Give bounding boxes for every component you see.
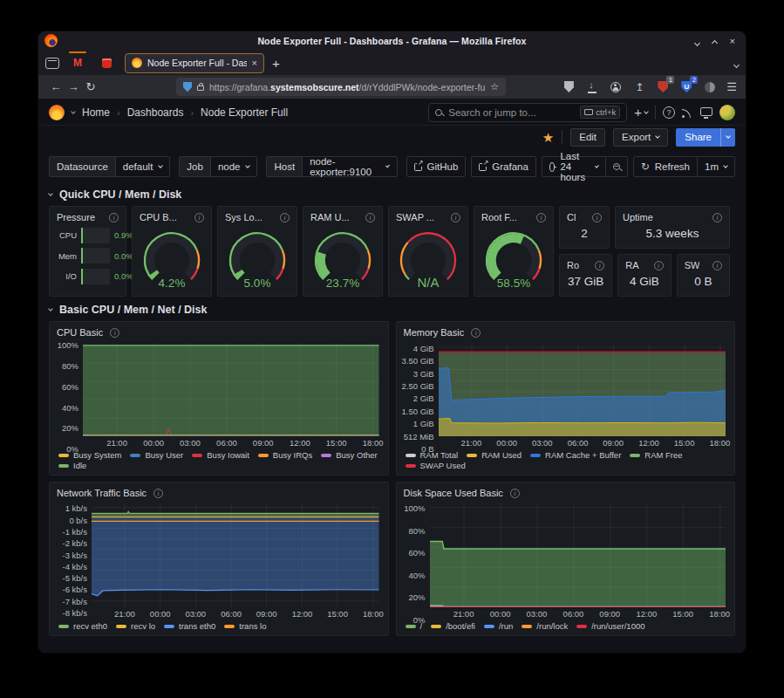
panel-title[interactable]: Disk Space Used Basic (404, 488, 503, 498)
info-icon[interactable]: i (595, 261, 604, 270)
downloads-icon[interactable] (585, 80, 599, 94)
legend-item[interactable]: RAM Cache + Buffer (530, 450, 621, 460)
tab-close-icon[interactable]: × (252, 58, 257, 68)
section-basic[interactable]: Basic CPU / Mem / Net / Disk (38, 297, 746, 321)
section-quick[interactable]: Quick CPU / Mem / Disk (38, 181, 746, 206)
active-tab[interactable]: Node Exporter Full - Dashbo × (125, 53, 264, 73)
favorite-star-icon[interactable]: ★ (542, 131, 554, 144)
info-icon[interactable]: i (109, 213, 119, 222)
news-icon[interactable] (682, 106, 693, 118)
info-icon[interactable]: i (471, 328, 481, 338)
url-bar[interactable]: https://grafana.systemsobscure.net/d/rYd… (176, 78, 506, 96)
window-maximize-button[interactable] (712, 33, 717, 49)
legend-item[interactable]: /boot/efi (431, 621, 475, 631)
bookmark-star-icon[interactable]: ☆ (490, 81, 499, 92)
panel-title[interactable]: Root F... (481, 212, 517, 222)
legend-item[interactable]: /run/lock (522, 621, 568, 631)
panel-title[interactable]: CPU Basic (57, 327, 103, 338)
new-button[interactable]: + (634, 105, 648, 120)
info-icon[interactable]: i (110, 328, 119, 338)
legend-item[interactable]: Busy Other (321, 450, 378, 460)
legend-item[interactable]: Busy IRQs (258, 450, 312, 460)
panel-title[interactable]: Ro (567, 260, 579, 270)
new-tab-button[interactable]: + (272, 57, 280, 70)
share-button[interactable]: Share (676, 128, 720, 147)
legend-item[interactable]: Busy Iowait (192, 450, 249, 460)
account-icon[interactable] (609, 80, 623, 94)
list-tabs-button[interactable] (734, 55, 739, 71)
legend-item[interactable]: RAM Used (467, 450, 522, 460)
breadcrumb-home[interactable]: Home (82, 106, 110, 119)
panel-title[interactable]: RA (625, 260, 638, 270)
panel-title[interactable]: Sys Lo... (225, 212, 262, 222)
help-icon[interactable]: ? (663, 106, 675, 119)
tracking-protection-icon[interactable] (183, 82, 192, 92)
panel-title[interactable]: Memory Basic (404, 327, 465, 338)
legend-item[interactable]: trans lo (224, 621, 266, 631)
legend-item[interactable]: recv lo (116, 621, 155, 631)
window-close-button[interactable]: × (730, 37, 735, 46)
share-dropdown-button[interactable] (720, 128, 735, 147)
protections-shield-icon[interactable] (562, 80, 576, 94)
info-icon[interactable]: i (365, 213, 375, 222)
panel-title[interactable]: SWAP ... (396, 212, 434, 222)
window-minimize-button[interactable] (695, 33, 699, 49)
legend-item[interactable]: recv eth0 (58, 621, 107, 631)
info-icon[interactable]: i (592, 213, 602, 222)
firefox-view-icon[interactable] (45, 58, 59, 69)
legend-item[interactable]: RAM Free (630, 450, 682, 460)
containers-icon[interactable] (703, 80, 717, 94)
info-icon[interactable]: i (536, 213, 546, 222)
panel-title[interactable]: CPU B... (140, 212, 177, 222)
plot-area[interactable] (439, 343, 726, 436)
refresh-interval-select[interactable]: 1m (698, 156, 735, 177)
refresh-button[interactable]: ↻Refresh (633, 156, 698, 177)
legend-item[interactable]: SWAP Used (406, 461, 466, 470)
share-arrow-icon[interactable]: ↥ (632, 80, 646, 94)
info-icon[interactable]: i (712, 213, 722, 222)
legend-item[interactable]: /run/user/1000 (576, 621, 644, 631)
panel-title[interactable]: Network Traffic Basic (57, 488, 147, 498)
info-icon[interactable]: i (712, 261, 722, 270)
grafana-link-button[interactable]: Grafana (471, 156, 536, 177)
legend-item[interactable]: Busy User (130, 450, 183, 460)
pinned-tab-red[interactable] (96, 53, 117, 72)
datasource-select[interactable]: default (116, 156, 171, 177)
plot-area[interactable] (83, 343, 379, 436)
pinned-tab-gmail[interactable]: M (67, 53, 88, 72)
reload-button[interactable]: ↻ (82, 81, 99, 92)
info-icon[interactable]: i (153, 489, 163, 498)
legend-item[interactable]: /run (484, 621, 513, 631)
lock-icon[interactable] (197, 86, 204, 91)
mega-menu-chevron-icon[interactable] (71, 109, 76, 114)
plot-area[interactable] (92, 503, 379, 607)
info-icon[interactable]: i (510, 489, 520, 498)
edit-button[interactable]: Edit (570, 128, 605, 147)
password-extension-icon[interactable]: U2 (679, 80, 693, 94)
display-icon[interactable] (700, 109, 712, 116)
job-select[interactable]: node (211, 156, 258, 177)
legend-item[interactable]: Idle (58, 461, 86, 470)
legend-item[interactable]: trans eth0 (164, 621, 215, 631)
panel-title[interactable]: Uptime (623, 212, 653, 222)
forward-button[interactable]: → (65, 81, 82, 92)
ublock-extension-icon[interactable]: 1 (656, 80, 670, 94)
info-icon[interactable]: i (280, 213, 290, 222)
host-select[interactable]: node-exporter:9100 (303, 156, 397, 177)
info-icon[interactable]: i (451, 213, 460, 222)
plot-area[interactable] (430, 503, 726, 607)
menu-icon[interactable]: ☰ (726, 80, 737, 93)
panel-title[interactable]: RAM U... (310, 212, 350, 222)
export-button[interactable]: Export (613, 128, 668, 147)
panel-title[interactable]: Pressure (57, 212, 95, 222)
zoom-out-button[interactable] (606, 156, 628, 177)
grafana-logo-icon[interactable] (49, 105, 65, 120)
time-range-picker[interactable]: Last 24 hours (542, 156, 606, 177)
info-icon[interactable]: i (654, 261, 664, 270)
back-button[interactable]: ← (47, 81, 65, 92)
search-input[interactable]: Search or jump to... ctrl+k (428, 103, 627, 122)
github-link-button[interactable]: GitHub (406, 156, 467, 177)
avatar[interactable] (719, 105, 735, 120)
panel-title[interactable]: Cl (567, 212, 576, 222)
panel-title[interactable]: SW (685, 260, 700, 270)
